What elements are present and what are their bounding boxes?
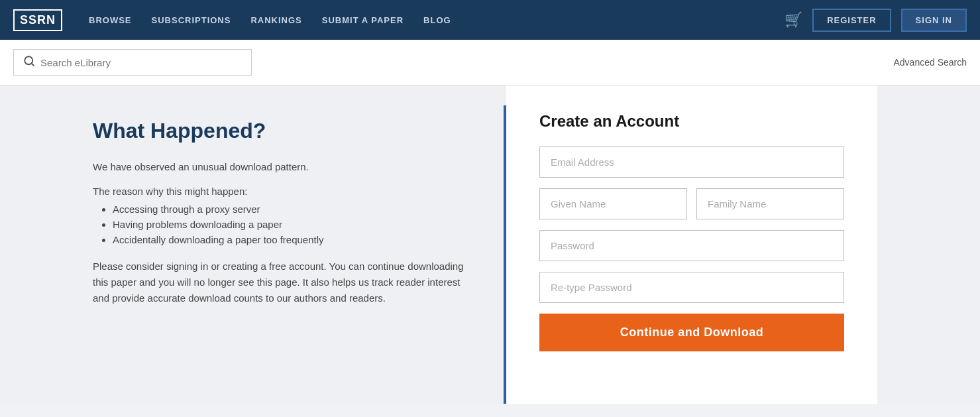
svg-line-1: [31, 63, 33, 65]
email-input[interactable]: [539, 147, 844, 178]
retype-password-group: [539, 272, 844, 303]
list-item: Accidentally downloading a paper too fre…: [113, 234, 464, 245]
given-name-input[interactable]: [539, 188, 687, 219]
main-content: What Happened? We have observed an unusu…: [0, 86, 980, 404]
password-input[interactable]: [539, 230, 844, 261]
cart-icon[interactable]: 🛒: [785, 11, 802, 29]
register-button[interactable]: REGISTER: [812, 9, 891, 32]
ssrn-logo[interactable]: SSRN: [13, 9, 62, 31]
name-row: [539, 188, 844, 219]
description-3: Please consider signing in or creating a…: [93, 259, 464, 306]
search-icon: [23, 55, 35, 70]
search-container: [13, 49, 252, 76]
right-panel: Create an Account Continue and Download: [506, 86, 877, 404]
description-1: We have observed an unusual download pat…: [93, 159, 464, 175]
nav-submit-paper[interactable]: SUBMIT A PAPER: [322, 15, 404, 25]
retype-password-input[interactable]: [539, 272, 844, 303]
email-group: [539, 147, 844, 178]
create-account-title: Create an Account: [539, 112, 844, 131]
nav-rankings[interactable]: RANKINGS: [250, 15, 301, 25]
advanced-search-link[interactable]: Advanced Search: [893, 57, 967, 68]
password-group: [539, 230, 844, 261]
reason-intro: The reason why this might happen:: [93, 186, 464, 197]
continue-download-button[interactable]: Continue and Download: [539, 314, 844, 351]
nav-browse[interactable]: BROWSE: [89, 15, 132, 25]
navbar: SSRN BROWSE SUBSCRIPTIONS RANKINGS SUBMI…: [0, 0, 980, 40]
nav-blog[interactable]: BLOG: [423, 15, 451, 25]
list-item: Having problems downloading a paper: [113, 219, 464, 230]
nav-subscriptions[interactable]: SUBSCRIPTIONS: [152, 15, 231, 25]
search-input[interactable]: [40, 57, 242, 68]
family-name-input[interactable]: [696, 188, 844, 219]
list-item: Accessing through a proxy server: [113, 204, 464, 215]
what-happened-title: What Happened?: [93, 119, 464, 143]
left-panel: What Happened? We have observed an unusu…: [0, 86, 504, 404]
nav-right: 🛒 REGISTER SIGN IN: [785, 9, 967, 32]
signin-button[interactable]: SIGN IN: [901, 9, 967, 32]
nav-links: BROWSE SUBSCRIPTIONS RANKINGS SUBMIT A P…: [89, 15, 765, 25]
reason-list: Accessing through a proxy server Having …: [93, 204, 464, 245]
search-bar: Advanced Search: [0, 40, 980, 86]
